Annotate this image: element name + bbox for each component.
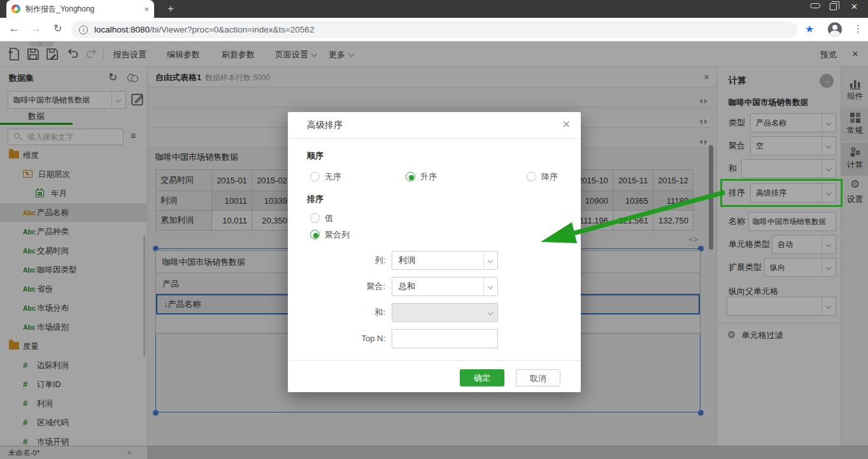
address-bar[interactable]: i localhost:8080/bi/Viewer?proc=0&action… — [71, 21, 797, 38]
window-restore-icon[interactable] — [830, 3, 837, 10]
column-select[interactable]: 利润 — [392, 251, 498, 270]
dialog-title: 高级排序 — [307, 120, 343, 131]
reload-icon[interactable]: ↻ — [53, 22, 62, 34]
dialog-header: 高级排序 ✕ — [288, 112, 581, 139]
radio-icon[interactable] — [310, 213, 320, 223]
browser-tab[interactable]: 制作报告_Yonghong × — [6, 0, 154, 18]
chevron-down-icon[interactable] — [483, 251, 497, 269]
profile-avatar[interactable] — [828, 22, 842, 36]
radio-icon[interactable] — [406, 172, 415, 181]
tab-close-icon[interactable]: × — [144, 4, 149, 14]
sort-section-label: 排序 — [307, 194, 324, 205]
chevron-down-icon[interactable] — [483, 278, 497, 295]
browser-tab-strip: 制作报告_Yonghong × + ✕ — [0, 0, 868, 18]
radio-value[interactable]: 值 — [310, 213, 333, 224]
radio-icon[interactable] — [310, 230, 320, 239]
radio-icon[interactable] — [310, 172, 320, 181]
cancel-button[interactable]: 取消 — [516, 369, 560, 386]
new-tab-button[interactable]: + — [163, 1, 178, 17]
order-section-label: 顺序 — [307, 150, 324, 162]
annotation-highlight-box — [720, 179, 843, 207]
advanced-sort-dialog: 高级排序 ✕ 顺序 无序 升序 降序 排序 值 聚合列 列: 利润 聚合: 总和… — [288, 112, 581, 392]
radio-unordered[interactable]: 无序 — [310, 171, 341, 183]
ok-button[interactable]: 确定 — [460, 369, 504, 386]
page-info-icon[interactable]: i — [79, 25, 88, 34]
screen: 制作报告_Yonghong × + ✕ ← → ↻ i localhost:80… — [0, 0, 868, 459]
browser-tab-title: 制作报告_Yonghong — [25, 4, 140, 15]
aggregate-field-label: 聚合: — [288, 277, 385, 296]
radio-aggregate-column[interactable]: 聚合列 — [310, 229, 350, 241]
topn-input[interactable] — [392, 329, 498, 348]
radio-descending[interactable]: 降序 — [527, 171, 558, 183]
aggregate-select[interactable]: 总和 — [392, 277, 498, 296]
topn-field-label: Top N: — [288, 329, 385, 348]
column-field-label: 列: — [288, 251, 385, 270]
dialog-footer: 确定 取消 — [288, 360, 581, 392]
browser-menu-icon[interactable]: ⋮ — [853, 23, 863, 34]
dialog-close-icon[interactable]: ✕ — [562, 118, 571, 131]
bookmark-star-icon[interactable]: ★ — [805, 23, 814, 35]
radio-icon[interactable] — [527, 172, 536, 181]
chevron-down-icon — [483, 304, 497, 321]
url-text: localhost:8080/bi/Viewer?proc=0&action=i… — [94, 25, 314, 34]
back-icon[interactable]: ← — [9, 22, 20, 35]
window-close-icon[interactable]: ✕ — [851, 2, 858, 11]
and-select-disabled — [392, 303, 498, 322]
and-field-label: 和: — [288, 303, 385, 322]
window-minimize-icon[interactable] — [810, 3, 820, 8]
browser-navbar: ← → ↻ i localhost:8080/bi/Viewer?proc=0&… — [0, 18, 868, 41]
radio-ascending[interactable]: 升序 — [406, 171, 437, 183]
forward-icon[interactable]: → — [31, 22, 41, 35]
yonghong-favicon-icon — [11, 4, 20, 13]
